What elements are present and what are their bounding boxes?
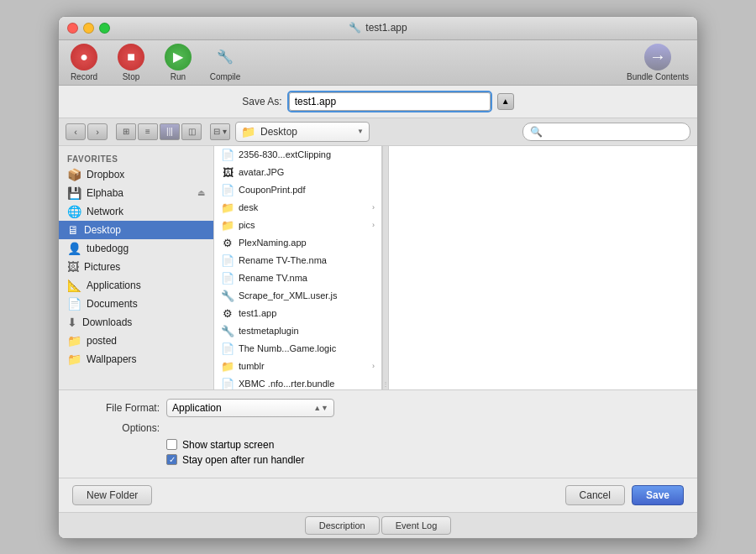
sidebar-item-downloads[interactable]: ⬇ Downloads <box>59 313 213 332</box>
file-name: Rename TV.nma <box>239 273 307 283</box>
sidebar-item-elphaba[interactable]: 💾 Elphaba⏏ <box>59 184 213 202</box>
file-item[interactable]: 📄 The Numb...Game.logic <box>214 340 381 358</box>
stay-open-checkbox[interactable]: ✓ <box>166 454 177 465</box>
file-name: tumblr <box>239 361 265 371</box>
search-icon: 🔍 <box>530 126 543 138</box>
sidebar-item-label: Applications <box>87 280 141 291</box>
resize-handle[interactable]: ⋮ <box>382 146 389 389</box>
file-item[interactable]: ⚙ PlexNaming.app <box>214 234 381 252</box>
location-dropdown[interactable]: 📁 Desktop ▼ <box>235 122 370 142</box>
sidebar-item-label: Downloads <box>82 316 132 328</box>
format-select-arrow-icon: ▲▼ <box>313 404 328 412</box>
file-name: pics <box>239 220 255 230</box>
action-buttons: Cancel Save <box>565 485 684 505</box>
sidebar-item-network[interactable]: 🌐 Network <box>59 202 213 221</box>
file-item[interactable]: 📁 desk› <box>214 199 381 217</box>
sidebar-item-label: tubedogg <box>87 243 129 254</box>
icon-view-button[interactable]: ⊞ <box>116 123 136 140</box>
cancel-button[interactable]: Cancel <box>565 485 625 505</box>
forward-button[interactable]: › <box>87 123 108 140</box>
file-item[interactable]: 📄 CouponPrint.pdf <box>214 181 381 199</box>
save-button[interactable]: Save <box>632 485 684 505</box>
sidebar-item-label: Desktop <box>84 224 121 236</box>
search-box[interactable]: 🔍 <box>522 123 690 141</box>
maximize-button[interactable] <box>99 23 110 34</box>
sidebar-item-label: Pictures <box>84 261 120 273</box>
file-item[interactable]: 📄 XBMC .nfo...rter.bundle <box>214 375 381 389</box>
file-icon: 📄 <box>221 342 234 355</box>
file-item[interactable]: ⚙ test1.app <box>214 305 381 322</box>
search-input[interactable] <box>546 127 683 137</box>
stay-open-checkbox-row: ✓ Stay open after run handler <box>166 454 680 466</box>
show-startup-label: Show startup screen <box>182 439 274 451</box>
options-label: Options: <box>76 422 160 434</box>
compile-icon: 🔧 <box>212 44 239 71</box>
file-item[interactable]: 🔧 Scrape_for_XML.user.js <box>214 287 381 305</box>
location-text: Desktop <box>260 126 352 138</box>
file-item[interactable]: 🔧 testmetaplugin <box>214 322 381 340</box>
sidebar-item-label: Wallpapers <box>87 353 137 365</box>
folder-arrow-icon: › <box>372 221 375 229</box>
sidebar-item-applications[interactable]: 📐 Applications <box>59 276 213 295</box>
arrange-buttons: ⊟ ▾ <box>210 123 230 140</box>
file-item[interactable]: 📁 tumblr› <box>214 358 381 375</box>
file-column-1: 📄 2356-830...extClipping🖼 avatar.JPG📄 Co… <box>214 146 382 389</box>
sidebar-item-desktop[interactable]: 🖥 Desktop <box>59 221 213 239</box>
file-icon: 📄 <box>221 378 234 389</box>
toolbar: ● Record ■ Stop ▶ Run 🔧 Compile → Bundle… <box>59 40 697 86</box>
file-format-select[interactable]: Application ▲▼ <box>166 399 334 417</box>
file-item[interactable]: 📄 Rename TV-The.nma <box>214 252 381 269</box>
run-button[interactable]: ▶ Run <box>161 44 195 81</box>
description-tab[interactable]: Description <box>305 516 380 535</box>
close-button[interactable] <box>67 23 78 34</box>
stop-button[interactable]: ■ Stop <box>114 44 148 81</box>
eject-icon[interactable]: ⏏ <box>197 188 205 197</box>
file-name: Rename TV-The.nma <box>239 255 327 265</box>
show-startup-checkbox[interactable] <box>166 439 177 450</box>
compile-button[interactable]: 🔧 Compile <box>208 44 242 81</box>
file-name: PlexNaming.app <box>239 238 307 248</box>
sidebar-item-label: posted <box>87 335 117 347</box>
file-item[interactable]: 📄 2356-830...extClipping <box>214 146 381 164</box>
file-name: test1.app <box>239 308 276 318</box>
sidebar-icon: 📦 <box>67 168 81 181</box>
saveas-toggle-button[interactable]: ▲ <box>497 93 514 110</box>
column-view-button[interactable]: ||| <box>160 123 180 140</box>
new-folder-button[interactable]: New Folder <box>72 485 152 505</box>
arrange-button[interactable]: ⊟ ▾ <box>210 123 230 140</box>
footer-bar: New Folder Cancel Save <box>59 478 697 512</box>
bundle-contents-button[interactable]: → Bundle Contents <box>627 44 689 81</box>
sidebar-item-tubedogg[interactable]: 👤 tubedogg <box>59 239 213 258</box>
file-icon: 🔧 <box>221 325 234 337</box>
file-icon: 📄 <box>221 149 234 161</box>
file-item[interactable]: 📁 pics› <box>214 217 381 234</box>
minimize-button[interactable] <box>83 23 94 34</box>
bundle-icon: → <box>644 44 671 71</box>
sidebar-item-wallpapers[interactable]: 📁 Wallpapers <box>59 350 213 368</box>
sidebar-item-dropbox[interactable]: 📦 Dropbox <box>59 165 213 184</box>
event-log-tab[interactable]: Event Log <box>381 516 452 535</box>
run-icon: ▶ <box>165 44 192 71</box>
saveas-input[interactable] <box>289 92 491 111</box>
sidebar-item-documents[interactable]: 📄 Documents <box>59 295 213 313</box>
folder-icon: 📁 <box>241 125 255 138</box>
sidebar-item-pictures[interactable]: 🖼 Pictures <box>59 258 213 276</box>
sidebar-item-label: Dropbox <box>87 169 124 180</box>
view-buttons: ⊞ ≡ ||| ◫ <box>116 123 202 140</box>
sidebar-icon: 👤 <box>67 242 81 255</box>
file-name: XBMC .nfo...rter.bundle <box>239 379 334 389</box>
record-button[interactable]: ● Record <box>67 44 101 81</box>
file-item[interactable]: 🖼 avatar.JPG <box>214 164 381 181</box>
sidebar-item-posted[interactable]: 📁 posted <box>59 332 213 350</box>
file-item[interactable]: 📄 Rename TV.nma <box>214 269 381 287</box>
sidebar-icon: 💾 <box>67 186 81 200</box>
coverflow-view-button[interactable]: ◫ <box>181 123 202 140</box>
sidebar-icon: 📐 <box>67 279 81 292</box>
file-icon: 📄 <box>221 184 234 196</box>
list-view-button[interactable]: ≡ <box>138 123 158 140</box>
record-icon: ● <box>71 44 97 71</box>
bottom-tabs: Description Event Log <box>59 512 697 538</box>
options-row: Options: <box>76 422 680 434</box>
app-icon: 🔧 <box>349 22 361 34</box>
back-button[interactable]: ‹ <box>66 123 86 140</box>
